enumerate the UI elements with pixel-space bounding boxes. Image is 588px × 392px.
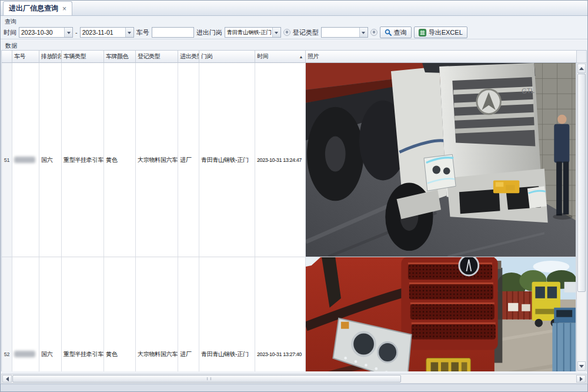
col-header-plate-color[interactable]: 车牌颜色 <box>104 51 136 63</box>
tab-title: 进出厂信息查询 <box>9 4 58 14</box>
tab-entry-exit-query[interactable]: 进出厂信息查询 × <box>3 1 72 15</box>
scroll-down-arrow[interactable] <box>577 361 586 371</box>
plate-redacted-blur <box>14 351 35 357</box>
date-to-value: 2023-11-01 <box>81 29 125 36</box>
col-header-photo[interactable]: 照片 <box>306 51 576 63</box>
tab-close-icon[interactable]: × <box>62 5 66 12</box>
photo-badge-text: GTL <box>522 86 535 94</box>
cell-plate-color: 黄色 <box>104 63 136 257</box>
scroll-left-arrow[interactable] <box>2 375 12 383</box>
cell-plate <box>12 257 39 371</box>
col-header-direction[interactable]: 进出类型 <box>178 51 199 63</box>
cell-direction: 进厂 <box>178 63 199 257</box>
cell-gate: 青田青山钢铁-正门 <box>199 63 255 257</box>
col-header-emission[interactable]: 排放阶段 <box>39 51 62 63</box>
col-header-vehicle-type[interactable]: 车辆类型 <box>62 51 104 63</box>
scrollbar-corner <box>577 51 586 63</box>
table-row-51[interactable]: 51 国六 重型半挂牵引车 黄色 大宗物料国六车 进厂 青田青山钢铁-正门 20… <box>2 63 576 257</box>
plate-input[interactable] <box>152 27 194 38</box>
col-header-plate[interactable]: 车号 <box>12 51 39 63</box>
search-button[interactable]: 查询 <box>380 26 412 38</box>
dropdown-arrow-icon[interactable] <box>64 28 72 37</box>
date-range-separator: - <box>75 29 78 36</box>
cell-emission: 国六 <box>39 63 62 257</box>
cell-reg-type: 大宗物料国六车 <box>136 63 178 257</box>
horizontal-scrollbar[interactable] <box>1 374 587 384</box>
cell-vehicle-type: 重型半挂牵引车 <box>62 63 104 257</box>
dropdown-arrow-icon[interactable] <box>125 28 133 37</box>
vertical-scrollbar[interactable] <box>576 51 586 371</box>
cell-gate: 青田青山钢铁-正门 <box>199 257 255 371</box>
reg-type-option-icon[interactable] <box>370 29 377 36</box>
date-from-combo[interactable]: 2023-10-30 <box>19 27 73 38</box>
reg-type-label: 登记类型 <box>293 28 319 37</box>
export-button-label: 导出EXCEL <box>429 28 463 37</box>
vertical-scroll-thumb[interactable] <box>577 74 586 292</box>
plate-redacted-blur <box>14 157 35 163</box>
cell-rownum: 51 <box>2 63 12 257</box>
table-header-row: 车号 排放阶段 车辆类型 车牌颜色 登记类型 进出类型 门岗 时间 ▲ 照片 <box>2 51 576 63</box>
tab-bar: 进出厂信息查询 × <box>1 1 587 16</box>
data-section-label: 数据 <box>1 39 587 50</box>
gate-label: 进出门岗 <box>196 28 222 37</box>
cell-vehicle-type: 重型半挂牵引车 <box>62 257 104 371</box>
data-grid: 车号 排放阶段 车辆类型 车牌颜色 登记类型 进出类型 门岗 时间 ▲ 照片 5… <box>1 50 587 371</box>
col-header-reg-type[interactable]: 登记类型 <box>136 51 178 63</box>
col-header-time[interactable]: 时间 ▲ <box>255 51 306 63</box>
horizontal-scroll-thumb[interactable] <box>12 375 401 383</box>
scroll-up-arrow[interactable] <box>577 64 586 73</box>
gate-combo-value: 青田青山钢铁-正门 <box>225 29 272 36</box>
horizontal-scroll-track[interactable] <box>12 374 576 383</box>
gate-combo[interactable]: 青田青山钢铁-正门 <box>225 27 281 38</box>
col-header-time-label: 时间 <box>257 52 268 61</box>
reg-type-combo[interactable] <box>321 27 368 38</box>
cell-rownum: 52 <box>2 257 12 371</box>
gate-option-icon[interactable] <box>283 29 290 36</box>
query-panel: 查询 时间 2023-10-30 - 2023-11-01 车号 进出门岗 青田… <box>1 16 587 39</box>
cell-time: 2023-10-31 13:27:40 <box>255 257 306 371</box>
dropdown-arrow-icon[interactable] <box>359 28 368 37</box>
search-icon <box>385 29 392 36</box>
query-section-label: 查询 <box>4 17 584 26</box>
photo-blue-truck <box>552 308 576 371</box>
cell-direction: 进厂 <box>178 257 199 371</box>
photo-red-truck <box>306 257 576 371</box>
window-bottom-strip <box>1 384 587 391</box>
excel-icon <box>419 29 426 36</box>
dropdown-arrow-icon[interactable] <box>272 28 280 37</box>
cell-plate <box>12 63 39 257</box>
date-from-value: 2023-10-30 <box>19 29 64 36</box>
cell-reg-type: 大宗物料国六车 <box>136 257 178 371</box>
plate-label: 车号 <box>136 28 149 37</box>
export-excel-button[interactable]: 导出EXCEL <box>414 26 467 38</box>
vertical-scroll-track[interactable] <box>577 74 586 361</box>
grid-body: 车号 排放阶段 车辆类型 车牌颜色 登记类型 进出类型 门岗 时间 ▲ 照片 5… <box>2 51 576 371</box>
cell-photo: GTL <box>306 63 576 257</box>
cell-time: 2023-10-31 13:24:47 <box>255 63 306 257</box>
scroll-right-arrow[interactable] <box>576 375 586 383</box>
sort-asc-icon: ▲ <box>299 55 303 59</box>
col-header-gate[interactable]: 门岗 <box>199 51 255 63</box>
photo-silver-truck: GTL <box>306 63 576 257</box>
app-window: 进出厂信息查询 × 查询 时间 2023-10-30 - 2023-11-01 … <box>0 0 588 392</box>
col-header-rownum[interactable] <box>2 51 12 63</box>
cell-photo <box>306 257 576 371</box>
table-row-52[interactable]: 52 国六 重型半挂牵引车 黄色 大宗物料国六车 进厂 青田青山钢铁-正门 20… <box>2 257 576 371</box>
search-button-label: 查询 <box>394 28 407 37</box>
time-label: 时间 <box>4 28 16 37</box>
date-to-combo[interactable]: 2023-11-01 <box>80 27 134 38</box>
cell-plate-color: 黄色 <box>104 257 136 371</box>
cell-emission: 国六 <box>39 257 62 371</box>
query-fields-row: 时间 2023-10-30 - 2023-11-01 车号 进出门岗 青田青山钢… <box>4 26 584 38</box>
